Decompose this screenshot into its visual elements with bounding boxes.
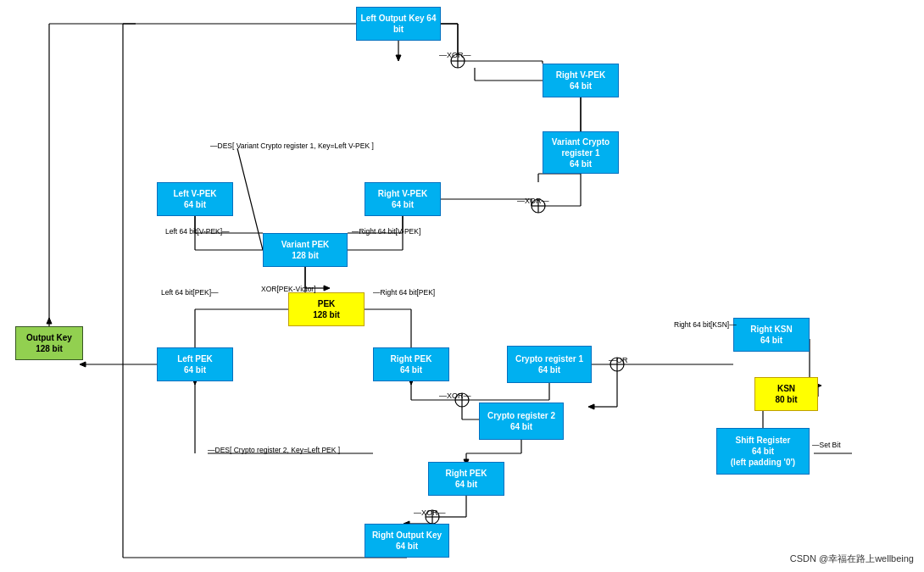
variant-pek-box: Variant PEK128 bit [263, 233, 348, 267]
left-vpek-box: Left V-PEK64 bit [157, 182, 233, 216]
svg-marker-1 [396, 55, 401, 61]
xor-label-mid2: —XOR— [439, 392, 471, 400]
right-vpek-mid-box: Right V-PEK64 bit [365, 182, 441, 216]
shift-reg-box: Shift Register64 bit(left padding '0') [716, 428, 810, 475]
svg-marker-45 [80, 362, 86, 367]
left64-pek-label: Left 64 bit[PEK]— [161, 288, 219, 297]
left-pek-box: Left PEK64 bit [157, 347, 233, 381]
left64-vpek-label: Left 64 bit[V-PEK]— [165, 227, 230, 236]
pek-box: PEK128 bit [288, 292, 365, 326]
ksn-box: KSN80 bit [754, 377, 818, 411]
des-label-top: —DES[ Variant Crypto register 1, Key=Lef… [210, 142, 374, 150]
svg-marker-87 [588, 404, 594, 409]
watermark: CSDN @幸福在路上wellbeing [790, 553, 914, 565]
right-output-key-box: Right Output Key64 bit [365, 524, 449, 558]
or-label: —OR [609, 356, 628, 364]
xor-label-top: —XOR— [439, 51, 471, 59]
right64-pek-label: —Right 64 bit[PEK] [373, 288, 435, 297]
right64-ksn-label: Right 64 bit[KSN]— [674, 320, 737, 329]
variant-crypto-reg1-box: Variant Cryptoregister 164 bit [543, 131, 619, 174]
right-pek-bot-box: Right PEK64 bit [428, 462, 504, 496]
xor-label-mid: —XOR— [517, 197, 549, 205]
crypto-reg2-box: Crypto register 264 bit [479, 403, 564, 440]
xor-label-bot: —XOR— [414, 508, 446, 517]
output-key-box: Output Key128 bit [15, 326, 83, 360]
svg-marker-38 [324, 286, 330, 291]
right-ksn-box: Right KSN64 bit [733, 318, 810, 352]
svg-line-35 [237, 148, 263, 250]
crypto-reg1-box: Crypto register 164 bit [507, 346, 592, 383]
right-pek-mid-box: Right PEK64 bit [373, 347, 449, 381]
svg-marker-97 [47, 318, 52, 324]
right64-vpek-label: —Right 64 bit[V-PEK] [352, 227, 420, 236]
des-label-bot: —DES[ Crypto register 2, Key=Left PEK ] [208, 446, 340, 454]
xor-pek-victor-label: XOR[PEK-Victor] [261, 285, 316, 293]
set-bit-label: —Set Bit [812, 441, 841, 449]
left-output-key-box: Left Output Key 64 bit [356, 7, 441, 41]
right-vpek-top-box: Right V-PEK64 bit [543, 64, 619, 97]
diagram-container: Left Output Key 64 bit Right V-PEK64 bit… [0, 0, 924, 572]
